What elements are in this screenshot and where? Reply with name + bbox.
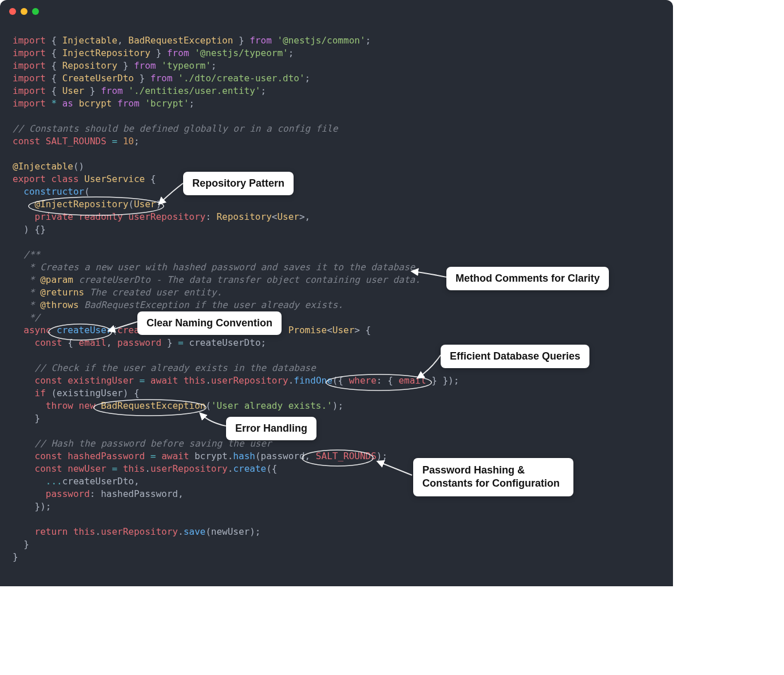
annotation-method-comments: Method Comments for Clarity xyxy=(446,267,609,290)
code-window: import { Injectable, BadRequestException… xyxy=(0,0,673,586)
minimize-icon[interactable] xyxy=(21,8,27,15)
annotation-clear-naming: Clear Naming Convention xyxy=(137,311,282,335)
maximize-icon[interactable] xyxy=(32,8,39,15)
close-icon[interactable] xyxy=(9,8,16,15)
annotation-repository-pattern: Repository Pattern xyxy=(183,172,294,195)
annotation-efficient-queries: Efficient Database Queries xyxy=(441,345,589,368)
annotation-password-hashing: Password Hashing & Constants for Configu… xyxy=(413,458,573,496)
annotation-error-handling: Error Handling xyxy=(226,417,316,440)
code-editor: import { Injectable, BadRequestException… xyxy=(0,23,673,586)
window-titlebar xyxy=(0,0,673,23)
